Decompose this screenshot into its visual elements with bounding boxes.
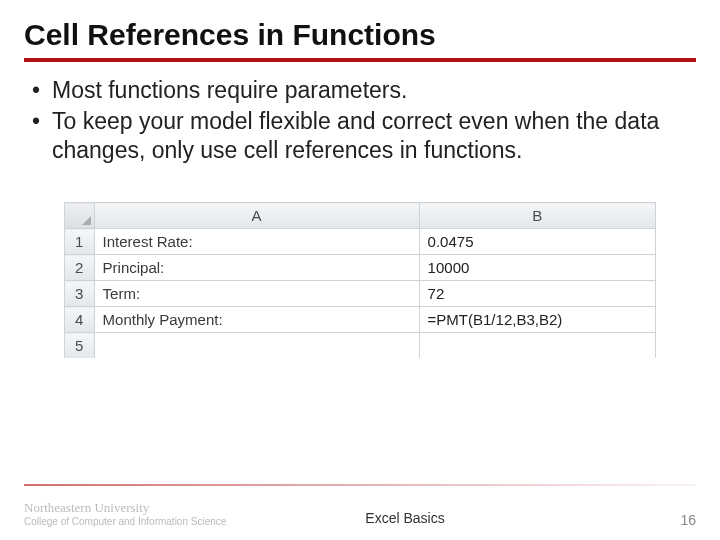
cell-a: Term:: [94, 281, 419, 307]
cell-a: [94, 333, 419, 359]
footer-divider: [24, 484, 696, 486]
university-sub: College of Computer and Information Scie…: [24, 516, 226, 527]
cell-a: Interest Rate:: [94, 229, 419, 255]
cell-b: =PMT(B1/12,B3,B2): [419, 307, 655, 333]
footer: Northeastern University College of Compu…: [24, 500, 696, 528]
cell-a: Monthly Payment:: [94, 307, 419, 333]
page-number: 16: [680, 512, 696, 528]
column-header-b: B: [419, 203, 655, 229]
bullet-item: To keep your model flexible and correct …: [24, 107, 696, 165]
row-header: 5: [65, 333, 95, 359]
cell-b: 72: [419, 281, 655, 307]
table-row: 3 Term: 72: [65, 281, 656, 307]
cell-b: [419, 333, 655, 359]
table-row: 4 Monthly Payment: =PMT(B1/12,B3,B2): [65, 307, 656, 333]
bullet-item: Most functions require parameters.: [24, 76, 696, 105]
table-row-partial: 5: [65, 333, 656, 359]
row-header: 4: [65, 307, 95, 333]
cell-a: Principal:: [94, 255, 419, 281]
cell-b: 10000: [419, 255, 655, 281]
bullet-list: Most functions require parameters. To ke…: [24, 76, 696, 164]
slide-title: Cell References in Functions: [24, 18, 696, 62]
table-row: 2 Principal: 10000: [65, 255, 656, 281]
column-header-a: A: [94, 203, 419, 229]
table-row: 1 Interest Rate: 0.0475: [65, 229, 656, 255]
row-header: 2: [65, 255, 95, 281]
row-header: 3: [65, 281, 95, 307]
select-all-corner: [65, 203, 95, 229]
cell-b: 0.0475: [419, 229, 655, 255]
university-name: Northeastern University: [24, 500, 226, 516]
row-header: 1: [65, 229, 95, 255]
excel-screenshot: A B 1 Interest Rate: 0.0475 2 Principal:…: [64, 202, 656, 358]
university-footer: Northeastern University College of Compu…: [24, 500, 226, 528]
